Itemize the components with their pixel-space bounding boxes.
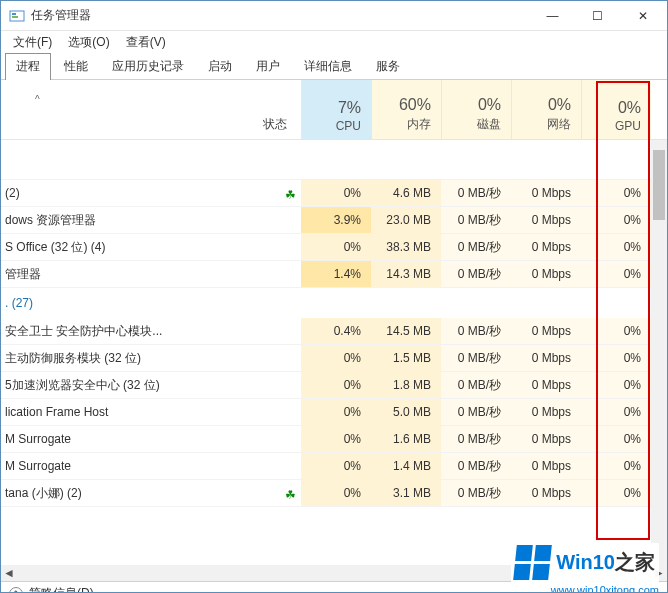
cell-mem: 38.3 MB (371, 234, 441, 260)
cell-disk: 0 MB/秒 (441, 261, 511, 287)
tab-5[interactable]: 详细信息 (293, 53, 363, 80)
cell-disk: 0 MB/秒 (441, 480, 511, 506)
cell-cpu: 0% (301, 234, 371, 260)
cell-mem: 14.3 MB (371, 261, 441, 287)
cell-net: 0 Mbps (511, 372, 581, 398)
cell-cpu: 0% (301, 345, 371, 371)
menu-view[interactable]: 查看(V) (118, 32, 174, 53)
process-row[interactable]: 管理器1.4%14.3 MB0 MB/秒0 Mbps0% (1, 261, 667, 288)
cell-disk: 0 MB/秒 (441, 399, 511, 425)
cell-net: 0 Mbps (511, 426, 581, 452)
cell-cpu: 1.4% (301, 261, 371, 287)
col-gpu[interactable]: 0% GPU (581, 80, 651, 139)
cell-net: 0 Mbps (511, 180, 581, 206)
cell-disk: 0 MB/秒 (441, 207, 511, 233)
process-name: dows 资源管理器 (1, 207, 301, 233)
sort-indicator-icon[interactable]: ^ (35, 94, 40, 105)
fewer-details-icon[interactable]: ⌃ (9, 587, 23, 594)
process-row[interactable]: M Surrogate0%1.6 MB0 MB/秒0 Mbps0% (1, 426, 667, 453)
process-row[interactable]: 安全卫士 安全防护中心模块...0.4%14.5 MB0 MB/秒0 Mbps0… (1, 318, 667, 345)
vertical-scrollbar[interactable] (651, 140, 667, 565)
maximize-button[interactable]: ☐ (575, 2, 620, 30)
menubar: 文件(F) 选项(O) 查看(V) (1, 31, 667, 53)
col-network[interactable]: 0% 网络 (511, 80, 581, 139)
cell-gpu: 0% (581, 399, 651, 425)
scroll-left-icon[interactable]: ◄ (1, 565, 17, 581)
cell-net: 0 Mbps (511, 234, 581, 260)
cell-gpu: 0% (581, 453, 651, 479)
process-name: lication Frame Host (1, 399, 301, 425)
process-row[interactable]: S Office (32 位) (4)0%38.3 MB0 MB/秒0 Mbps… (1, 234, 667, 261)
watermark: Win10之家 www.win10xitong.com (511, 543, 659, 582)
process-row[interactable]: dows 资源管理器3.9%23.0 MB0 MB/秒0 Mbps0% (1, 207, 667, 234)
process-row[interactable]: tana (小娜) (2)☘0%3.1 MB0 MB/秒0 Mbps0% (1, 480, 667, 507)
window-title: 任务管理器 (31, 7, 530, 24)
process-name: M Surrogate (1, 453, 301, 479)
close-button[interactable]: ✕ (620, 2, 665, 30)
col-memory[interactable]: 60% 内存 (371, 80, 441, 139)
tab-6[interactable]: 服务 (365, 53, 411, 80)
cell-gpu: 0% (581, 426, 651, 452)
process-row[interactable]: 5加速浏览器安全中心 (32 位)0%1.8 MB0 MB/秒0 Mbps0% (1, 372, 667, 399)
process-name: 管理器 (1, 261, 301, 287)
col-disk[interactable]: 0% 磁盘 (441, 80, 511, 139)
cell-mem: 4.6 MB (371, 180, 441, 206)
tabbar: 进程性能应用历史记录启动用户详细信息服务 (1, 53, 667, 80)
minimize-button[interactable]: — (530, 2, 575, 30)
cell-gpu: 0% (581, 372, 651, 398)
cell-gpu: 0% (581, 180, 651, 206)
cell-mem: 23.0 MB (371, 207, 441, 233)
tab-2[interactable]: 应用历史记录 (101, 53, 195, 80)
process-name: tana (小娜) (2)☘ (1, 480, 301, 506)
cell-disk: 0 MB/秒 (441, 318, 511, 344)
cell-cpu: 0% (301, 399, 371, 425)
col-status[interactable]: 状态 (263, 116, 287, 133)
cell-disk: 0 MB/秒 (441, 453, 511, 479)
cell-disk: 0 MB/秒 (441, 372, 511, 398)
tab-0[interactable]: 进程 (5, 53, 51, 80)
cell-mem: 5.0 MB (371, 399, 441, 425)
process-row[interactable]: M Surrogate0%1.4 MB0 MB/秒0 Mbps0% (1, 453, 667, 480)
process-name: 5加速浏览器安全中心 (32 位) (1, 372, 301, 398)
tab-4[interactable]: 用户 (245, 53, 291, 80)
fewer-details-label[interactable]: 简略信息(D) (29, 585, 94, 593)
cell-disk: 0 MB/秒 (441, 180, 511, 206)
cell-disk: 0 MB/秒 (441, 345, 511, 371)
eco-leaf-icon: ☘ (285, 188, 295, 198)
cell-gpu: 0% (581, 234, 651, 260)
cell-disk: 0 MB/秒 (441, 234, 511, 260)
svg-rect-2 (12, 16, 18, 18)
process-row[interactable]: (2)☘0%4.6 MB0 MB/秒0 Mbps0% (1, 180, 667, 207)
process-name: 主动防御服务模块 (32 位) (1, 345, 301, 371)
process-row[interactable]: 主动防御服务模块 (32 位)0%1.5 MB0 MB/秒0 Mbps0% (1, 345, 667, 372)
cell-net: 0 Mbps (511, 207, 581, 233)
cell-cpu: 0.4% (301, 318, 371, 344)
svg-rect-1 (12, 13, 16, 15)
cell-disk: 0 MB/秒 (441, 426, 511, 452)
process-row[interactable]: lication Frame Host0%5.0 MB0 MB/秒0 Mbps0… (1, 399, 667, 426)
cell-cpu: 0% (301, 426, 371, 452)
cell-cpu: 0% (301, 180, 371, 206)
col-cpu[interactable]: 7% CPU (301, 80, 371, 139)
app-icon (9, 8, 25, 24)
tab-1[interactable]: 性能 (53, 53, 99, 80)
process-name: M Surrogate (1, 426, 301, 452)
cell-mem: 1.8 MB (371, 372, 441, 398)
cell-mem: 3.1 MB (371, 480, 441, 506)
background-group[interactable]: . (27) (1, 288, 667, 318)
cell-net: 0 Mbps (511, 318, 581, 344)
tab-3[interactable]: 启动 (197, 53, 243, 80)
cell-cpu: 3.9% (301, 207, 371, 233)
menu-options[interactable]: 选项(O) (60, 32, 117, 53)
spacer-row (1, 140, 667, 180)
cell-net: 0 Mbps (511, 453, 581, 479)
cell-mem: 1.4 MB (371, 453, 441, 479)
scrollbar-thumb[interactable] (653, 150, 665, 220)
cell-mem: 1.5 MB (371, 345, 441, 371)
watermark-url: www.win10xitong.com (551, 584, 659, 593)
cell-cpu: 0% (301, 453, 371, 479)
cell-gpu: 0% (581, 207, 651, 233)
menu-file[interactable]: 文件(F) (5, 32, 60, 53)
titlebar: 任务管理器 — ☐ ✕ (1, 1, 667, 31)
cell-net: 0 Mbps (511, 399, 581, 425)
